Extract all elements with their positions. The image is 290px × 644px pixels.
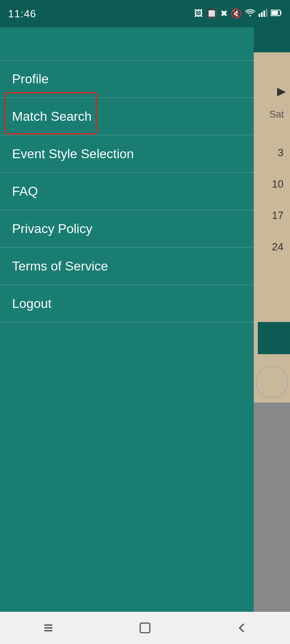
security-icon: 🔲 [206,8,217,19]
svg-rect-1 [259,14,260,17]
arrow-icon: ▶ [277,85,286,98]
svg-point-0 [249,15,251,17]
signal-icon [259,8,267,19]
right-panel-circle [256,366,288,398]
event-style-selection-label: Event Style Selection [12,147,134,161]
privacy-policy-label: Privacy Policy [12,221,92,236]
svg-rect-11 [140,623,150,633]
menu-items-list: Profile Match Search Event Style Selecti… [0,0,254,322]
status-bar: 11:46 🖼 🔲 ✖ 🔇 [0,0,290,27]
status-icons: 🖼 🔲 ✖ 🔇 [194,8,282,19]
sidebar-item-event-style-selection[interactable]: Event Style Selection [0,135,254,173]
svg-rect-2 [261,12,263,17]
svg-rect-3 [263,10,265,17]
svg-rect-6 [271,11,278,15]
profile-label: Profile [12,72,49,87]
sidebar-item-terms-of-service[interactable]: Terms of Service [0,248,254,285]
match-search-label: Match Search [12,109,91,124]
svg-rect-4 [266,9,267,17]
right-panel-button[interactable] [258,322,290,354]
back-button[interactable] [226,616,258,640]
mute-icon: 🔇 [231,8,242,19]
recent-apps-button[interactable] [32,616,64,640]
close-icon: ✖ [220,8,228,19]
logout-label: Logout [12,296,52,311]
photo-icon: 🖼 [194,8,203,19]
battery-icon [271,8,282,19]
sidebar-item-match-search[interactable]: Match Search [0,98,254,135]
sidebar-item-profile[interactable]: Profile [0,60,254,98]
svg-rect-7 [280,12,282,14]
faq-label: FAQ [12,184,38,199]
status-time: 11:46 [8,8,36,20]
nav-bar [0,612,290,644]
day-label: Sat [269,109,284,120]
sidebar-item-faq[interactable]: FAQ [0,173,254,210]
sidebar-item-privacy-policy[interactable]: Privacy Policy [0,210,254,248]
wifi-icon [245,8,255,19]
terms-of-service-label: Terms of Service [12,259,108,274]
sidebar-item-logout[interactable]: Logout [0,285,254,322]
navigation-drawer: Profile Match Search Event Style Selecti… [0,0,254,612]
home-button[interactable] [129,616,161,640]
